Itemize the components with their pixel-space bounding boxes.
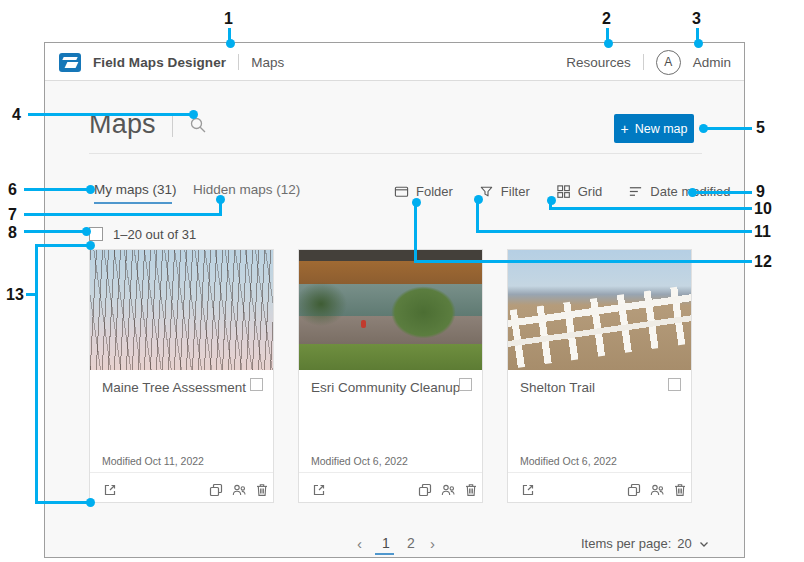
callout-dot [86, 185, 95, 194]
tab-hidden-maps[interactable]: Hidden maps (12) [193, 182, 300, 197]
callout-line [24, 188, 88, 191]
grid-view-button[interactable]: Grid [556, 184, 603, 199]
grid-icon [556, 184, 571, 199]
plus-icon: + [621, 121, 629, 137]
callout-line [28, 113, 191, 116]
callout-number-3: 3 [692, 10, 701, 28]
active-page-underline [375, 553, 394, 555]
page-number-2[interactable]: 2 [407, 535, 415, 551]
callout-line [706, 127, 752, 130]
divider [90, 472, 273, 473]
tab-my-maps[interactable]: My maps (31) [94, 182, 177, 197]
list-toolbar: Folder Filter Grid [394, 184, 731, 199]
callout-dot [82, 227, 91, 236]
divider [172, 113, 173, 137]
callout-number-2: 2 [602, 10, 611, 28]
new-map-button[interactable]: + New map [614, 114, 694, 143]
header-right: Resources A Admin [566, 43, 731, 81]
grid-label: Grid [578, 184, 603, 199]
duplicate-icon[interactable] [208, 482, 224, 498]
header-left: Field Maps Designer Maps [59, 43, 284, 81]
callout-line [476, 230, 752, 233]
folder-button[interactable]: Folder [394, 184, 453, 199]
modified-date: Modified Oct 6, 2022 [520, 455, 617, 467]
share-group-icon[interactable] [440, 482, 456, 498]
nav-item-resources[interactable]: Resources [566, 55, 631, 70]
items-per-page-label: Items per page: [581, 536, 671, 551]
page-next-button[interactable]: › [430, 535, 435, 552]
map-card-checkbox[interactable] [250, 378, 263, 391]
new-map-label: New map [635, 122, 688, 136]
screenshot-root: Field Maps Designer Maps Resources A Adm… [0, 0, 804, 562]
filter-button[interactable]: Filter [479, 184, 530, 199]
share-group-icon[interactable] [231, 482, 247, 498]
filter-label: Filter [501, 184, 530, 199]
app-window: Field Maps Designer Maps Resources A Adm… [44, 42, 745, 558]
callout-number-5: 5 [756, 119, 765, 137]
map-card-checkbox[interactable] [668, 378, 681, 391]
items-per-page-dropdown[interactable]: Items per page: 20 [581, 536, 710, 551]
app-header: Field Maps Designer Maps Resources A Adm… [45, 43, 744, 81]
folder-icon [394, 184, 409, 199]
map-thumbnail[interactable] [508, 250, 691, 370]
callout-line [476, 199, 479, 233]
callout-line [549, 207, 752, 210]
open-map-icon[interactable] [520, 482, 536, 498]
callout-line [35, 244, 38, 504]
delete-icon[interactable] [672, 482, 688, 498]
map-card-title[interactable]: Shelton Trail [520, 380, 595, 395]
callout-line [24, 230, 84, 233]
map-card-title[interactable]: Esri Community Cleanup [311, 380, 460, 395]
callout-dot [604, 39, 613, 48]
nav-item-maps[interactable]: Maps [251, 55, 284, 70]
open-map-icon[interactable] [311, 482, 327, 498]
page-prev-button[interactable]: ‹ [357, 535, 362, 552]
sort-icon [628, 184, 643, 199]
active-tab-underline [94, 202, 172, 204]
callout-dot [86, 241, 95, 250]
app-title: Field Maps Designer [93, 55, 226, 70]
callout-line [35, 244, 88, 247]
modified-date: Modified Oct 6, 2022 [311, 455, 408, 467]
person-figure [361, 320, 366, 328]
callout-line [414, 202, 417, 263]
page-number-1[interactable]: 1 [382, 535, 390, 551]
duplicate-icon[interactable] [417, 482, 433, 498]
share-group-icon[interactable] [649, 482, 665, 498]
callout-number-6: 6 [8, 181, 17, 199]
callout-number-9: 9 [756, 183, 765, 201]
callout-line [24, 213, 222, 216]
select-all-checkbox[interactable] [89, 227, 103, 241]
items-per-page-value: 20 [677, 536, 691, 551]
callout-dot [694, 39, 703, 48]
callout-number-1: 1 [224, 10, 233, 28]
callout-line [35, 501, 88, 504]
callout-line [414, 260, 752, 263]
folder-label: Folder [416, 184, 453, 199]
delete-icon[interactable] [254, 482, 270, 498]
esri-logo-icon [59, 53, 81, 72]
map-card-title[interactable]: Maine Tree Assessment [102, 380, 246, 395]
map-card-checkbox[interactable] [459, 378, 472, 391]
callout-dot [189, 110, 198, 119]
divider [238, 54, 239, 70]
divider [643, 54, 644, 70]
divider [299, 472, 482, 473]
chevron-down-icon [698, 538, 710, 550]
map-thumbnail[interactable] [299, 250, 482, 370]
username-label[interactable]: Admin [693, 55, 731, 70]
section-divider [89, 153, 702, 154]
map-thumbnail[interactable] [90, 250, 273, 370]
callout-number-7: 7 [8, 206, 17, 224]
delete-icon[interactable] [463, 482, 479, 498]
map-card: Esri Community Cleanup Modified Oct 6, 2… [298, 249, 483, 503]
open-map-icon[interactable] [102, 482, 118, 498]
callout-number-8: 8 [8, 224, 17, 242]
callout-dot [86, 498, 95, 507]
divider [508, 472, 691, 473]
avatar[interactable]: A [656, 50, 681, 75]
callout-number-10: 10 [754, 200, 772, 218]
callout-dot [216, 195, 225, 204]
duplicate-icon[interactable] [626, 482, 642, 498]
fence-graphic [508, 282, 691, 370]
